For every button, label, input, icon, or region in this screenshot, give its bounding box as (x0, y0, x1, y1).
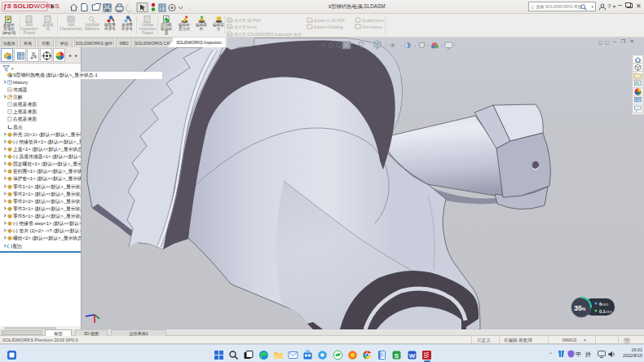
svg-text:S: S (395, 352, 399, 360)
svg-text:W: W (408, 352, 415, 360)
